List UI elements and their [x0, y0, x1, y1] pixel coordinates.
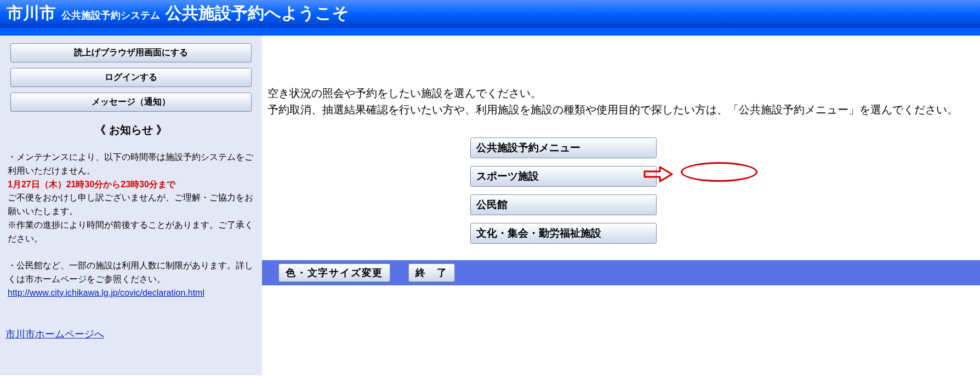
messages-button[interactable]: メッセージ（通知） — [10, 93, 252, 112]
main-area: 空き状況の照会や予約をしたい施設を選んでください。 予約取消、抽選結果確認を行い… — [262, 36, 980, 285]
notice-text: ※作業の進捗により時間が前後することがあります。ご了承ください。 — [8, 219, 254, 246]
city-name: 市川市 — [7, 2, 56, 25]
instruction-line: 空き状況の照会や予約をしたい施設を選んでください。 — [267, 85, 964, 101]
exit-button[interactable]: 終 了 — [408, 263, 455, 282]
screen-reader-mode-button[interactable]: 読上げブラウザ用画面にする — [10, 43, 252, 62]
notice-text: ・公民館など、一部の施設は利用人数に制限があります。詳しくは市ホームページをご参… — [8, 259, 254, 286]
instruction-line: 予約取消、抽選結果確認を行いたい方や、利用施設を施設の種類や使用目的で探したい方… — [267, 101, 964, 118]
notice-maintenance-time: 1月27日（木）21時30分から23時30分まで — [8, 178, 254, 192]
notice-body: ・メンテナンスにより、以下の時間帯は施設予約システムをご利用いただけません。 1… — [5, 151, 257, 300]
welcome-title: 公共施設予約へようこそ — [166, 2, 349, 25]
city-homepage-link[interactable]: 市川市ホームページへ — [5, 328, 104, 341]
sports-facility-button[interactable]: スポーツ施設 — [470, 166, 657, 187]
system-name: 公共施設予約システム — [61, 9, 160, 22]
notice-heading: 《 お知らせ 》 — [5, 123, 257, 137]
covid-declaration-link[interactable]: http://www.city.ichikawa.lg.jp/covic/dec… — [8, 288, 204, 297]
culture-facility-button[interactable]: 文化・集会・勤労福祉施設 — [470, 223, 657, 244]
header-bar: 市川市 公共施設予約システム 公共施設予約へようこそ — [0, 0, 980, 28]
notice-text: ご不便をおかけし申し訳ございませんが、ご理解・ご協力をお願いいたします。 — [8, 191, 254, 219]
facility-menu: 公共施設予約メニュー スポーツ施設 公民館 文化・集会・勤労福祉施設 — [470, 137, 980, 244]
community-center-button[interactable]: 公民館 — [470, 194, 657, 215]
login-button[interactable]: ログインする — [10, 68, 252, 87]
footer-bar: 色・文字サイズ変更 終 了 — [262, 260, 980, 285]
highlight-circle-icon — [681, 162, 757, 182]
header-accent-bar — [0, 28, 980, 36]
reservation-menu-button[interactable]: 公共施設予約メニュー — [470, 137, 657, 158]
sidebar: 読上げブラウザ用画面にする ログインする メッセージ（通知） 《 お知らせ 》 … — [0, 36, 262, 375]
notice-text: ・メンテナンスにより、以下の時間帯は施設予約システムをご利用いただけません。 — [8, 151, 254, 178]
color-text-size-button[interactable]: 色・文字サイズ変更 — [278, 263, 390, 282]
instructions: 空き状況の照会や予約をしたい施設を選んでください。 予約取消、抽選結果確認を行い… — [262, 36, 980, 129]
